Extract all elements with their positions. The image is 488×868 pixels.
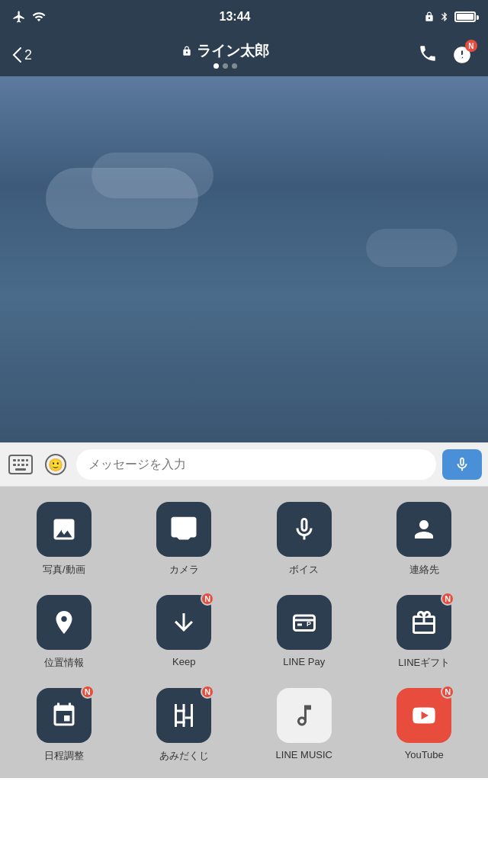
chat-area (0, 76, 488, 442)
voice-label: ボイス (289, 563, 319, 577)
app-item-schedule[interactable]: N日程調整 (8, 688, 120, 763)
svg-rect-5 (191, 704, 193, 727)
nav-right: N (418, 41, 476, 69)
location-label: 位置情報 (44, 656, 84, 670)
airplane-icon (12, 10, 26, 24)
bluetooth-icon (439, 10, 450, 24)
nav-dot-2 (223, 63, 228, 69)
app-item-contact[interactable]: 連絡先 (368, 502, 481, 577)
svg-rect-1 (297, 624, 302, 626)
camera-icon (156, 502, 211, 557)
svg-rect-0 (294, 616, 314, 631)
app-item-linemusic[interactable]: LINE MUSIC (248, 688, 361, 763)
svg-text:P: P (307, 620, 311, 628)
schedule-label: 日程調整 (44, 749, 84, 763)
contact-icon (396, 502, 451, 557)
nav-dot-1 (214, 63, 219, 69)
app-item-location[interactable]: 位置情報 (8, 595, 120, 670)
battery-icon (454, 11, 476, 22)
status-left (12, 10, 46, 24)
microphone-icon (454, 454, 470, 475)
amida-badge: N (201, 685, 214, 699)
status-right (424, 10, 476, 24)
nav-dot-3 (232, 63, 237, 69)
linegift-badge: N (441, 592, 454, 606)
lock-icon (424, 11, 435, 23)
voice-icon (277, 502, 332, 557)
linepay-label: LINE Pay (283, 656, 325, 667)
amida-label: あみだくじ (159, 749, 209, 763)
voice-send-button[interactable] (442, 449, 482, 480)
nav-title: ライン太郎 (181, 41, 269, 69)
camera-label: カメラ (169, 563, 199, 577)
emoji-button[interactable]: 🙂 (41, 450, 70, 479)
wifi-icon (32, 10, 46, 24)
call-button[interactable] (418, 43, 438, 66)
app-item-youtube[interactable]: NYouTube (368, 688, 481, 763)
location-icon (37, 595, 92, 650)
input-bar: 🙂 (0, 442, 488, 487)
back-button[interactable]: 2 (12, 47, 32, 63)
keep-label: Keep (172, 656, 195, 667)
status-bar: 13:44 (0, 0, 488, 34)
nav-dots (214, 63, 237, 69)
linemusic-label: LINE MUSIC (276, 749, 332, 760)
status-time: 13:44 (220, 10, 251, 24)
app-item-linepay[interactable]: PLINE Pay (248, 595, 361, 670)
nav-lock-icon (181, 45, 192, 57)
youtube-label: YouTube (405, 749, 444, 760)
photo-label: 写真/動画 (43, 563, 85, 577)
chat-partner-name: ライン太郎 (197, 41, 269, 61)
notification-badge: N (465, 40, 477, 52)
linegift-label: LINEギフト (398, 656, 450, 670)
schedule-badge: N (81, 685, 95, 699)
smiley-icon: 🙂 (45, 454, 66, 475)
svg-rect-6 (175, 710, 185, 712)
youtube-badge: N (441, 685, 454, 699)
app-item-keep[interactable]: NKeep (128, 595, 241, 670)
app-item-photo[interactable]: 写真/動画 (8, 502, 120, 577)
message-input[interactable] (76, 449, 436, 480)
keep-badge: N (201, 592, 214, 606)
svg-rect-8 (175, 722, 185, 724)
app-grid: 写真/動画カメラボイス連絡先位置情報NKeepPLINE PayNLINEギフト… (0, 487, 488, 778)
contact-label: 連絡先 (409, 563, 439, 577)
keyboard-button[interactable] (6, 450, 35, 479)
linepay-icon: P (277, 595, 332, 650)
notification-button[interactable]: N (448, 41, 476, 69)
app-item-linegift[interactable]: NLINEギフト (368, 595, 481, 670)
keyboard-icon (8, 455, 33, 474)
app-item-amida[interactable]: Nあみだくじ (128, 688, 241, 763)
back-count: 2 (24, 47, 32, 63)
photo-icon (37, 502, 92, 557)
svg-rect-7 (185, 717, 194, 719)
linemusic-icon (277, 688, 332, 743)
nav-bar: 2 ライン太郎 N (0, 34, 488, 76)
app-item-camera[interactable]: カメラ (128, 502, 241, 577)
app-item-voice[interactable]: ボイス (248, 502, 361, 577)
